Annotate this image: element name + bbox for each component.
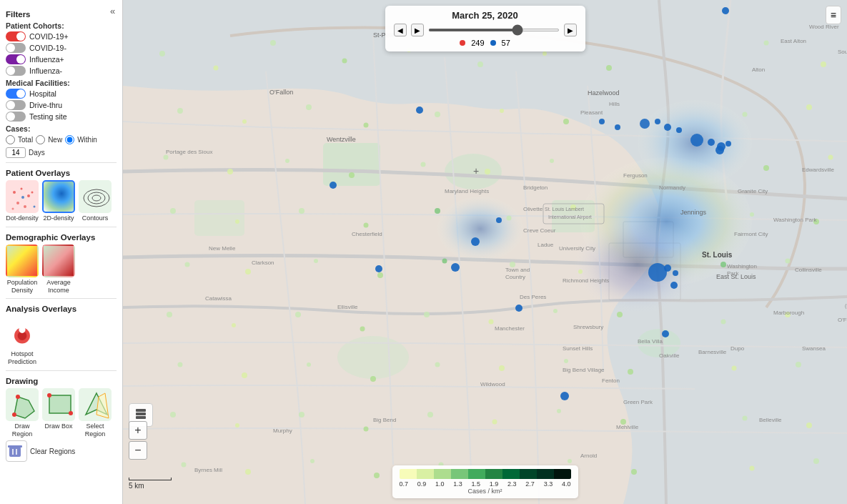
cases-new-label: New [48,136,62,144]
timeline-slider[interactable] [428,29,560,31]
svg-point-55 [435,112,440,117]
svg-text:Big Bend Village: Big Bend Village [563,367,605,373]
medical-facilities-label: Medical Facilities: [6,79,117,87]
svg-text:Wentzville: Wentzville [327,136,356,143]
svg-point-94 [360,327,365,332]
svg-text:Bella Villa: Bella Villa [638,338,663,345]
svg-point-135 [722,7,729,14]
svg-point-103 [242,372,247,378]
collapse-button[interactable]: « [110,6,115,16]
covid-neg-toggle-row: COVID-19- [6,43,117,53]
svg-point-126 [310,459,314,463]
patient-overlays-title: Patient Overlays [6,169,117,177]
svg-text:Murphy: Murphy [273,428,292,434]
average-income-thumb[interactable]: Average Income [42,244,75,295]
svg-point-44 [342,59,347,64]
draw-region-thumb[interactable]: Draw Region [6,388,39,438]
drive-thru-toggle[interactable] [6,100,26,110]
demographic-overlays-title: Demographic Overlays [6,233,117,242]
filters-section-title: Filters [6,10,117,19]
hospital-toggle-row: Hospital [6,89,117,99]
svg-point-87 [578,270,583,274]
map-container[interactable]: St-Peters O'Fallon Wentzville Hazelwood … [123,0,847,504]
population-density-label: Population Density [6,279,39,295]
svg-point-88 [720,262,726,267]
svg-point-108 [564,359,568,363]
covid-pos-toggle[interactable] [6,31,26,41]
svg-point-42 [214,66,219,71]
svg-point-119 [557,409,561,413]
svg-point-147 [496,217,502,223]
sidebar: « Filters Patient Cohorts: COVID-19+ COV… [0,0,123,504]
cases-new-radio[interactable] [36,135,45,144]
influenza-pos-toggle-row: Influenza+ [6,54,117,64]
influenza-pos-toggle[interactable] [6,54,26,64]
svg-point-11 [92,195,101,201]
draw-box-thumb[interactable]: Draw Box [42,388,75,438]
color-legend: 0.7 0.9 1.0 1.3 1.5 1.9 2.3 2.7 3.3 4.0 … [392,465,578,498]
hospital-toggle[interactable] [6,89,26,99]
svg-point-116 [364,427,369,432]
cases-options-row: Total New Within Days [6,135,117,158]
divider-2 [6,227,117,227]
svg-point-98 [617,312,623,317]
covid-neg-label: COVID-19- [29,44,66,52]
svg-text:Ferguson: Ferguson [623,172,648,179]
svg-point-2 [27,194,30,197]
svg-text:New Melle: New Melle [209,245,236,252]
cases-within-input[interactable] [6,147,26,158]
svg-point-75 [435,208,440,214]
influenza-neg-toggle[interactable] [6,66,26,76]
cases-total-radio[interactable] [6,135,15,144]
svg-text:Green Park: Green Park [623,399,653,405]
svg-point-71 [170,208,176,214]
hotspot-prediction-thumb[interactable]: Hotspot Prediction [6,316,39,366]
clear-regions-label[interactable]: Clear Regions [30,448,75,456]
svg-point-118 [492,420,497,425]
svg-text:Clarkson: Clarkson [252,260,274,266]
svg-point-145 [416,107,423,114]
cases-label: Cases: [6,124,117,133]
svg-point-64 [349,172,355,178]
demographic-overlays-grid: Population Density Average Income [6,244,117,295]
covid-neg-toggle[interactable] [6,43,26,53]
2d-density-thumb[interactable]: 2D-density [42,180,75,222]
divider-4 [6,370,117,371]
svg-point-65 [421,162,426,167]
svg-marker-23 [96,393,109,418]
play-button[interactable]: ▶ [564,24,577,36]
svg-point-156 [670,282,678,289]
svg-text:Washington: Washington [727,263,757,270]
svg-point-150 [375,265,382,272]
svg-point-49 [764,41,769,46]
svg-point-139 [655,119,660,124]
average-income-label: Average Income [42,279,75,295]
testing-site-toggle[interactable] [6,112,26,122]
svg-text:Creve Coeur: Creve Coeur [523,227,556,234]
analysis-overlays-grid: Hotspot Prediction [6,316,117,366]
select-region-thumb[interactable]: Select Region [79,388,112,438]
cases-within-radio[interactable] [65,135,74,144]
timeline-prev-button[interactable]: ◀ [394,24,407,36]
contours-thumb[interactable]: Contours [79,180,112,222]
scale-line [129,478,172,480]
svg-point-59 [806,104,812,110]
svg-point-148 [451,263,460,272]
average-income-image [42,244,75,277]
svg-point-99 [721,320,726,325]
svg-point-40 [437,197,523,261]
svg-point-81 [185,262,190,267]
svg-text:Richmond Heights: Richmond Heights [563,277,609,284]
zoom-in-button[interactable]: + [129,421,147,440]
svg-text:Marborough: Marborough [773,310,804,316]
dot-density-thumb[interactable]: Dot-density [6,180,39,222]
svg-point-109 [628,369,633,375]
menu-button[interactable]: ≡ [826,6,841,24]
cases-total-label: Total [18,136,33,144]
svg-point-17 [12,412,16,417]
contours-image [79,180,112,213]
zoom-out-button[interactable]: − [129,441,147,460]
timeline-next-button[interactable]: ▶ [411,24,424,36]
population-density-thumb[interactable]: Population Density [6,244,39,295]
drive-thru-label: Drive-thru [29,101,62,109]
